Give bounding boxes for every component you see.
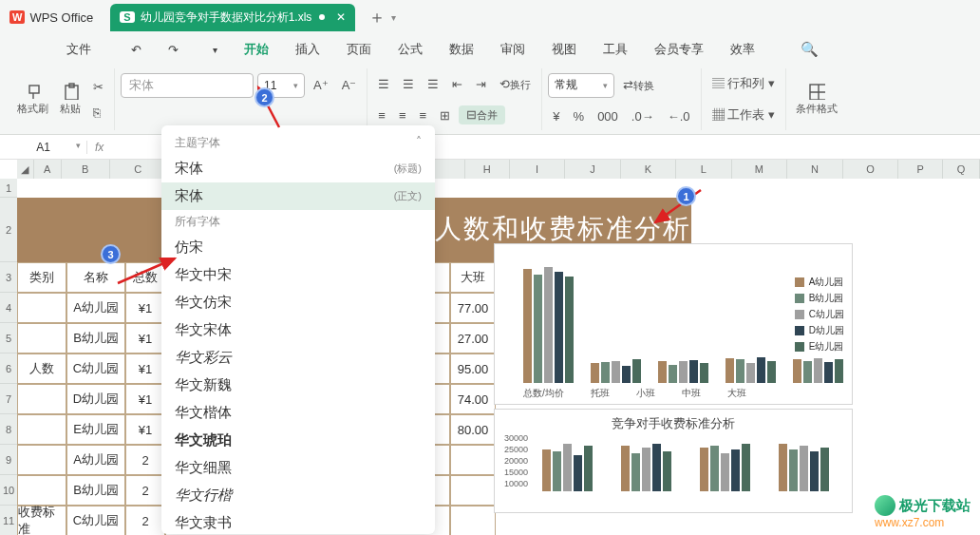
row-10[interactable]: 10 [0, 475, 17, 506]
search-icon[interactable]: 🔍 [787, 41, 832, 58]
font-item[interactable]: 华文仿宋 [161, 289, 435, 316]
row-4[interactable]: 4 [0, 293, 17, 323]
menu-formula[interactable]: 公式 [385, 41, 436, 58]
dec-inc-icon[interactable]: .0→ [627, 106, 659, 126]
font-item[interactable]: 华文彩云 [161, 344, 435, 372]
worksheet-button[interactable]: ▦ 工作表 ▾ [707, 104, 780, 126]
align-center-icon[interactable]: ≡ [394, 105, 411, 125]
col-H[interactable]: H [465, 160, 510, 179]
chart-population[interactable]: A幼儿园B幼儿园C幼儿园D幼儿园E幼儿园 总数/均价托班小班中班大班 [494, 243, 853, 405]
col-C[interactable]: C [110, 160, 167, 179]
tab-menu-caret[interactable]: ▾ [391, 12, 396, 23]
align-top-icon[interactable]: ☰ [373, 74, 394, 94]
col-A[interactable]: A [34, 160, 62, 179]
col-I[interactable]: I [510, 160, 566, 179]
font-item[interactable]: 华文新魏 [161, 372, 435, 399]
row-3[interactable]: 3 [0, 262, 17, 293]
font-item[interactable]: 华文行楷 [161, 482, 435, 509]
font-item[interactable]: 华文中宋 [161, 261, 435, 289]
chevron-up-icon[interactable]: ˄ [416, 135, 422, 151]
menu-review[interactable]: 审阅 [487, 41, 538, 58]
menu-start[interactable]: 开始 [231, 41, 282, 58]
merge-button[interactable]: ⊟合并 [459, 105, 505, 124]
font-item[interactable]: 宋体(标题) [161, 155, 435, 182]
indent-dec-icon[interactable]: ⇤ [447, 74, 467, 94]
row-11[interactable]: 11 [0, 506, 17, 535]
font-item[interactable]: 华文隶书 [161, 509, 435, 534]
wrap-button[interactable]: ⟲换行 [495, 74, 536, 95]
watermark-icon [875, 495, 895, 516]
row-7[interactable]: 7 [0, 384, 17, 414]
font-item[interactable]: 华文楷体 [161, 399, 435, 427]
col-Q[interactable]: Q [943, 160, 980, 179]
menu-insert[interactable]: 插入 [282, 41, 333, 58]
redo-icon[interactable]: ↷ [155, 43, 192, 57]
corner-box[interactable]: ◢ [17, 160, 34, 179]
qat-caret-icon[interactable]: ▾ [199, 45, 231, 55]
row-2[interactable]: 2 [0, 198, 17, 262]
wps-icon: W [9, 10, 25, 24]
font-item[interactable]: 华文细黑 [161, 454, 435, 482]
row-6[interactable]: 6 [0, 353, 17, 384]
new-tab-button[interactable]: ＋ [368, 6, 386, 29]
col-B[interactable]: B [62, 160, 110, 179]
ribbon: 格式刷 粘贴 ✂ ⎘ ˄ 11▾ A⁺ A⁻ x ☰ ☰ ☰ ⇤ ⇥ ⟲换行 [0, 65, 980, 135]
font-item-selected[interactable]: 宋体(正文) [161, 182, 435, 210]
menu-vip[interactable]: 会员专享 [641, 41, 717, 58]
row-9[interactable]: 9 [0, 445, 17, 475]
col-P[interactable]: P [898, 160, 943, 179]
align-right-icon[interactable]: ≡ [415, 105, 432, 125]
menu-tools[interactable]: 工具 [590, 41, 641, 58]
number-format-select[interactable]: 常规▾ [548, 73, 614, 98]
row-1[interactable]: 1 [0, 179, 17, 198]
menu-data[interactable]: 数据 [436, 41, 487, 58]
row-headers[interactable]: 1 2 3 4 5 6 7 8 9 10 11 12 [0, 179, 17, 535]
decrease-font-icon[interactable]: A⁻ [337, 75, 362, 95]
row-5[interactable]: 5 [0, 323, 17, 353]
menu-file[interactable]: 文件 [8, 41, 118, 58]
chart-fees[interactable]: 竞争对手收费标准分析 3000025000200001500010000 [494, 409, 853, 513]
distrib-icon[interactable]: ⊞ [435, 105, 455, 125]
row-8[interactable]: 8 [0, 414, 17, 445]
font-dropdown[interactable]: 主题字体˄ 宋体(标题) 宋体(正文) 所有字体 仿宋华文中宋华文仿宋华文宋体华… [161, 125, 435, 534]
align-mid-icon[interactable]: ☰ [398, 74, 419, 94]
chart2-yticks: 3000025000200001500010000 [504, 432, 528, 489]
menu-eff[interactable]: 效率 [717, 41, 768, 58]
col-K[interactable]: K [621, 160, 677, 179]
font-item[interactable]: 仿宋 [161, 234, 435, 261]
menu-page[interactable]: 页面 [333, 41, 385, 58]
col-O[interactable]: O [843, 160, 899, 179]
col-L[interactable]: L [676, 160, 732, 179]
document-tab[interactable]: S 幼儿园竞争对手数据对比分析1.xls ✕ [110, 4, 355, 31]
fx-icon[interactable]: fx [87, 141, 111, 154]
th-cat: 类别 [17, 262, 66, 293]
align-left-icon[interactable]: ≡ [373, 105, 390, 125]
paste-button[interactable]: 粘贴 [56, 81, 85, 118]
close-tab-icon[interactable]: ✕ [336, 10, 346, 24]
col-M[interactable]: M [732, 160, 788, 179]
cond-format-button[interactable]: 条件格式 [792, 81, 841, 118]
font-item[interactable]: 华文宋体 [161, 316, 435, 344]
dec-dec-icon[interactable]: ←.0 [663, 106, 695, 126]
cut-icon[interactable]: ✂ [88, 77, 108, 97]
copy-icon[interactable]: ⎘ [88, 103, 108, 123]
font-select[interactable]: ˄ [121, 73, 254, 98]
indent-inc-icon[interactable]: ⇥ [471, 74, 491, 94]
rowcol-button[interactable]: ▤ 行和列 ▾ [707, 72, 780, 95]
currency-icon[interactable]: ¥ [548, 106, 564, 126]
col-J[interactable]: J [565, 160, 621, 179]
increase-font-icon[interactable]: A⁺ [309, 75, 333, 95]
thousands-icon[interactable]: 000 [593, 106, 623, 126]
percent-icon[interactable]: % [569, 106, 590, 126]
spreadsheet-grid[interactable]: ◢ A B C D E H I J K L M N O P Q 1 2 3 4 … [0, 160, 980, 535]
watermark: 极光下载站 www.xz7.com [875, 495, 971, 529]
font-item[interactable]: 华文琥珀 [161, 427, 435, 454]
name-box[interactable]: A1 [0, 141, 87, 154]
format-brush-button[interactable]: 格式刷 [13, 81, 52, 118]
menu-view[interactable]: 视图 [538, 41, 590, 58]
convert-button[interactable]: ⇄转换 [618, 75, 659, 96]
undo-icon[interactable]: ↶ [118, 43, 155, 57]
col-N[interactable]: N [787, 160, 843, 179]
align-bot-icon[interactable]: ☰ [423, 74, 443, 94]
dropdown-header-theme: 主题字体˄ [161, 131, 435, 155]
